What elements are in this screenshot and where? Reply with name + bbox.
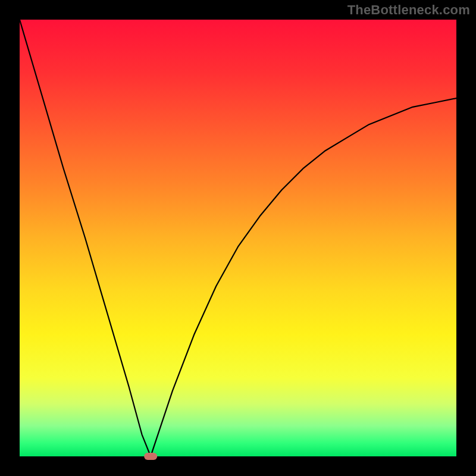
chart-frame: TheBottleneck.com [0, 0, 476, 476]
optimal-point-marker [144, 453, 157, 460]
watermark-text: TheBottleneck.com [347, 2, 470, 18]
bottleneck-chart [0, 0, 476, 476]
